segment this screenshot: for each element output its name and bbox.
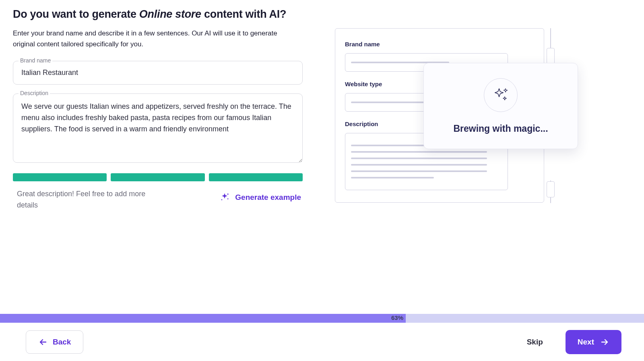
progress-percent: 63% xyxy=(391,314,403,321)
skip-button[interactable]: Skip xyxy=(527,338,543,346)
placeholder-line xyxy=(351,170,487,172)
magic-circle xyxy=(484,78,518,112)
sparkle-icon xyxy=(219,192,230,203)
generate-example-button[interactable]: Generate example xyxy=(217,189,303,206)
description-field-wrap: Description xyxy=(13,93,303,164)
page-title: Do you want to generate Online store con… xyxy=(13,8,303,21)
svg-point-1 xyxy=(227,199,229,200)
generate-example-label: Generate example xyxy=(235,193,301,202)
progress-bar: 63% xyxy=(0,314,644,323)
magic-popover: Brewing with magic... xyxy=(423,63,578,149)
progress-fill: 63% xyxy=(0,314,406,323)
brand-name-field-wrap: Brand name xyxy=(13,61,303,85)
arrow-right-icon xyxy=(600,337,609,347)
svg-point-0 xyxy=(227,194,229,195)
page-subtitle: Enter your brand name and describe it in… xyxy=(13,28,279,50)
placeholder-line xyxy=(351,158,487,159)
sparkle-icon xyxy=(491,85,510,105)
title-italic: Online store xyxy=(139,8,201,20)
next-button[interactable]: Next xyxy=(566,330,621,354)
description-textarea[interactable] xyxy=(13,93,303,163)
back-label: Back xyxy=(53,338,71,346)
footer: Back Skip Next xyxy=(0,323,644,361)
strength-bar-1 xyxy=(13,173,107,181)
magic-text: Brewing with magic... xyxy=(453,123,548,134)
placeholder-line xyxy=(351,164,487,166)
brand-name-input[interactable] xyxy=(13,61,303,85)
svg-point-2 xyxy=(221,199,223,201)
preview-handle-knob-top xyxy=(547,48,555,64)
strength-bar-2 xyxy=(111,173,204,181)
next-label: Next xyxy=(578,338,594,346)
back-button[interactable]: Back xyxy=(26,330,83,354)
preview-handle-knob-bottom xyxy=(547,181,555,197)
title-pre: Do you want to generate xyxy=(13,8,139,20)
strength-bars xyxy=(13,173,303,181)
placeholder-line xyxy=(351,177,434,178)
preview-panel: Brand name Website type Description xyxy=(335,8,584,211)
brand-name-label: Brand name xyxy=(19,57,52,64)
description-label: Description xyxy=(19,90,50,96)
arrow-left-icon xyxy=(38,337,48,347)
strength-bar-3 xyxy=(209,173,303,181)
preview-brand-label: Brand name xyxy=(345,41,534,48)
description-hint: Great description! Feel free to add more… xyxy=(13,189,166,211)
title-post: content with AI? xyxy=(201,8,286,20)
placeholder-line xyxy=(351,151,487,153)
